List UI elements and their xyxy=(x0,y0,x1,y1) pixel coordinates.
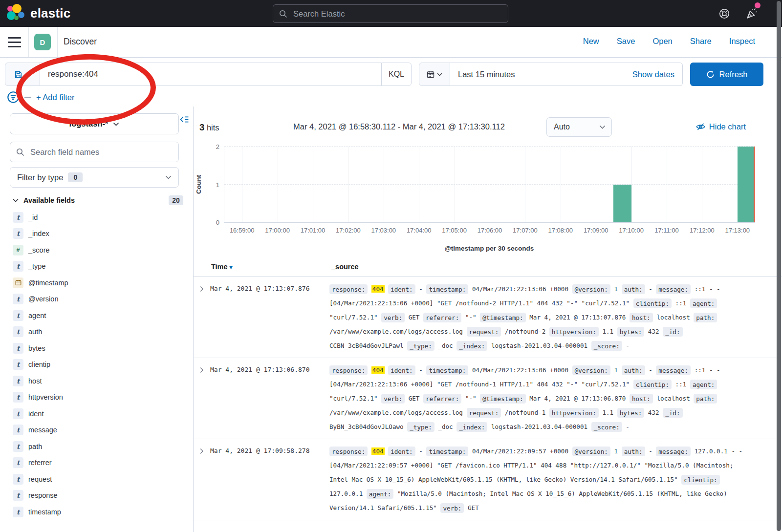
add-filter-link[interactable]: + Add filter xyxy=(36,93,74,102)
field-item-@timestamp[interactable]: @timestamp xyxy=(0,275,193,291)
doc-rows: Mar 4, 2021 @ 17:13:07.876response: 404 … xyxy=(194,277,782,532)
chevron-down-icon xyxy=(25,72,31,76)
field-value: CCBN_3cB04dGovJLPawl xyxy=(329,342,404,349)
nav-action-inspect[interactable]: Inspect xyxy=(729,37,755,46)
nav-action-share[interactable]: Share xyxy=(690,37,712,46)
field-pill: agent: xyxy=(690,298,717,308)
expand-row-icon[interactable] xyxy=(198,282,210,294)
available-fields-header[interactable]: Available fields 20 xyxy=(13,194,183,206)
x-axis-tick-label: 17:13:00 xyxy=(725,227,750,234)
index-pattern-selector[interactable]: logstash-* xyxy=(10,113,179,134)
field-name: @timestamp xyxy=(28,279,68,287)
refresh-button[interactable]: Refresh xyxy=(690,63,763,86)
x-axis-tick-label: 17:03:00 xyxy=(371,227,396,234)
hide-chart-button[interactable]: Hide chart xyxy=(696,122,746,131)
eye-closed-icon xyxy=(696,122,705,131)
query-input[interactable] xyxy=(40,69,381,79)
field-item-_score[interactable]: #_score xyxy=(0,242,193,258)
field-value: /var/www/example.com/logs/access.log xyxy=(329,328,463,335)
field-value: - xyxy=(419,447,423,455)
nav-action-new[interactable]: New xyxy=(583,37,599,46)
field-pill: response: xyxy=(329,365,368,375)
nav-action-open[interactable]: Open xyxy=(652,37,672,46)
field-name: message xyxy=(28,426,57,434)
time-range-value[interactable]: Last 15 minutes xyxy=(450,70,632,79)
field-item-bytes[interactable]: tbytes xyxy=(0,340,193,357)
field-item-message[interactable]: tmessage xyxy=(0,422,193,439)
field-item-auth[interactable]: tauth xyxy=(0,324,193,340)
field-value: "-" xyxy=(465,314,477,321)
chevron-down-icon xyxy=(113,122,119,126)
field-search[interactable] xyxy=(10,142,179,162)
field-type-string-icon: t xyxy=(13,359,23,370)
field-item-_index[interactable]: t_index xyxy=(0,226,193,242)
discover-app-badge[interactable]: D xyxy=(34,34,51,50)
show-dates-link[interactable]: Show dates xyxy=(632,70,682,79)
chart-vertical-gridline xyxy=(631,147,632,222)
help-icon[interactable] xyxy=(717,6,732,21)
field-value: 1 xyxy=(614,366,618,374)
field-item-@version[interactable]: t@version xyxy=(0,291,193,308)
column-header-time[interactable]: Time▾ xyxy=(211,263,233,271)
field-search-input[interactable] xyxy=(29,147,173,157)
field-value: "-" xyxy=(465,395,477,402)
query-language-button[interactable]: KQL xyxy=(381,63,412,86)
field-value: "curl/7.52.1" xyxy=(329,314,378,321)
field-pill: auth: xyxy=(622,365,645,375)
filter-icon[interactable] xyxy=(7,91,20,104)
x-axis-tick-label: 17:11:00 xyxy=(654,227,679,234)
interval-select[interactable]: Auto xyxy=(546,117,612,137)
field-value: "curl/7.52.1" xyxy=(329,395,378,402)
field-value: ::1 xyxy=(675,299,687,307)
field-name: timestamp xyxy=(28,508,61,516)
nav-action-save[interactable]: Save xyxy=(617,37,635,46)
scrollbar[interactable] xyxy=(777,1,781,531)
date-picker-calendar-button[interactable] xyxy=(419,63,450,86)
field-item-agent[interactable]: tagent xyxy=(0,307,193,324)
field-item-_id[interactable]: t_id xyxy=(0,209,193,226)
field-item-clientip[interactable]: tclientip xyxy=(0,357,193,373)
x-axis-tick-label: 17:00:00 xyxy=(265,227,290,234)
field-value: - xyxy=(626,342,630,349)
y-axis-title: Count xyxy=(193,147,204,222)
field-type-string-icon: t xyxy=(13,425,23,435)
field-type-string-icon: t xyxy=(13,408,23,419)
histogram-bar[interactable] xyxy=(613,185,631,223)
time-range-display[interactable]: Last 15 minutes Show dates xyxy=(450,63,683,86)
field-item-path[interactable]: tpath xyxy=(0,438,193,455)
expand-row-icon[interactable] xyxy=(198,444,210,456)
expand-row-icon[interactable] xyxy=(198,363,210,375)
search-icon xyxy=(279,10,287,18)
saved-query-menu-button[interactable] xyxy=(5,63,40,86)
notification-dot xyxy=(755,2,760,8)
field-name: response xyxy=(28,491,58,499)
hide-chart-label: Hide chart xyxy=(709,122,746,131)
field-name: httpversion xyxy=(28,393,63,401)
elastic-logo[interactable]: elastic xyxy=(7,4,70,22)
field-item-timestamp[interactable]: ttimestamp xyxy=(0,504,193,520)
field-item-request[interactable]: trequest xyxy=(0,471,193,488)
field-type-string-icon: t xyxy=(13,326,23,337)
filter-by-type-dropdown[interactable]: Filter by type 0 xyxy=(10,167,179,188)
field-item-httpversion[interactable]: thttpversion xyxy=(0,389,193,406)
chart-vertical-gridline xyxy=(242,147,242,222)
x-axis-title: @timestamp per 30 seconds xyxy=(224,245,755,252)
collapse-sidebar-icon[interactable] xyxy=(180,115,189,126)
global-search-input[interactable] xyxy=(292,9,502,19)
field-type-string-icon: t xyxy=(13,228,23,239)
field-item-host[interactable]: thost xyxy=(0,373,193,389)
x-axis-tick-label: 17:06:00 xyxy=(478,227,502,234)
field-item-referrer[interactable]: treferrer xyxy=(0,455,193,471)
field-pill: _index: xyxy=(456,422,487,432)
menu-icon[interactable] xyxy=(8,37,21,47)
x-axis-tick-label: 17:05:00 xyxy=(442,227,467,234)
field-item-response[interactable]: tresponse xyxy=(0,488,193,504)
field-item-_type[interactable]: t_type xyxy=(0,258,193,275)
doc-timestamp: Mar 4, 2021 @ 17:13:06.870 xyxy=(210,363,329,373)
global-search[interactable] xyxy=(273,4,508,23)
field-list: t_idt_index#_scoret_type@timestampt@vers… xyxy=(0,209,193,532)
histogram-bar[interactable] xyxy=(738,147,755,222)
field-item-ident[interactable]: tident xyxy=(0,405,193,422)
current-time-marker xyxy=(754,147,755,222)
fields-sidebar: logstash-* Filter by type 0 Available fi… xyxy=(0,106,194,532)
